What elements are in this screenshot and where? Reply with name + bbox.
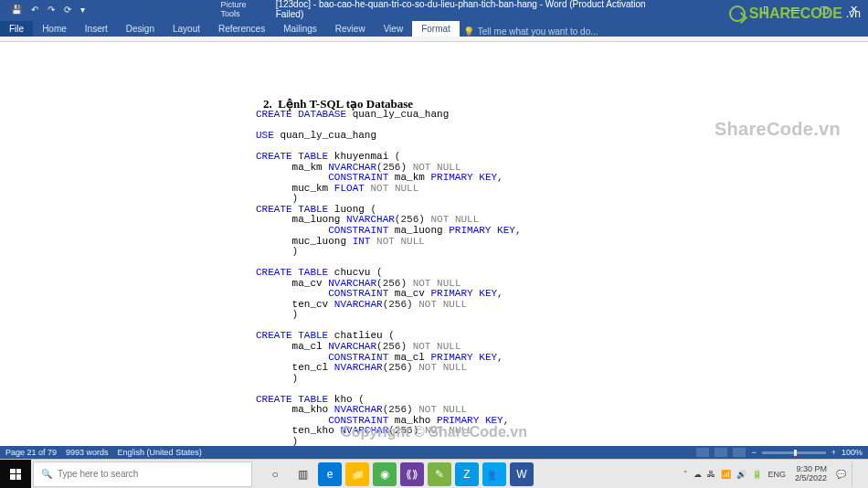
status-wordcount[interactable]: 9993 words xyxy=(66,448,109,457)
status-page[interactable]: Page 21 of 79 xyxy=(5,448,57,457)
redo-icon[interactable]: ↷ xyxy=(48,5,55,15)
zoom-in-button[interactable]: + xyxy=(831,448,836,457)
save-icon[interactable]: 💾 xyxy=(11,5,22,15)
zoom-out-button[interactable]: − xyxy=(751,448,756,457)
tray-date: 2/5/2022 xyxy=(795,474,827,483)
action-center-icon[interactable]: 💬 xyxy=(836,470,846,479)
tab-format[interactable]: Format xyxy=(412,21,460,37)
tab-insert[interactable]: Insert xyxy=(76,21,117,37)
task-view-icon[interactable]: ▥ xyxy=(291,462,314,486)
tab-file[interactable]: File xyxy=(0,21,33,37)
chrome-icon[interactable]: ◉ xyxy=(373,462,397,486)
zalo-icon[interactable]: Z xyxy=(455,462,479,486)
tab-layout[interactable]: Layout xyxy=(164,21,209,37)
search-icon: 🔍 xyxy=(41,469,52,479)
taskbar-apps: ○ ▥ e 📁 ◉ ⟪⟫ ✎ Z 👥 W xyxy=(263,462,534,486)
tab-mailings[interactable]: Mailings xyxy=(274,21,326,37)
read-mode-icon[interactable] xyxy=(696,448,709,457)
system-tray: ˄ ☁ 🖧 📶 🔊 🔋 ENG 9:30 PM 2/5/2022 💬 xyxy=(683,461,868,487)
vs-icon[interactable]: ⟪⟫ xyxy=(400,462,424,486)
lightbulb-icon: 💡 xyxy=(463,27,474,37)
logo-tld: .vn xyxy=(846,7,861,20)
tray-clock[interactable]: 9:30 PM 2/5/2022 xyxy=(791,465,831,483)
tell-me-search[interactable]: 💡 Tell me what you want to do... xyxy=(463,27,598,37)
word-taskbar-icon[interactable]: W xyxy=(510,462,534,486)
tab-view[interactable]: View xyxy=(375,21,413,37)
windows-icon xyxy=(10,469,21,480)
sql-code-block: CREATE DATABASE quan_ly_cua_hang USE qua… xyxy=(256,110,522,459)
tray-volume-icon[interactable]: 🔊 xyxy=(736,470,746,479)
start-button[interactable] xyxy=(0,460,31,489)
document-title: [123doc] - bao-cao-he-quan-tri-co-so-du-… xyxy=(276,0,651,19)
zoom-slider[interactable] xyxy=(762,451,826,454)
tell-me-placeholder: Tell me what you want to do... xyxy=(478,27,598,37)
show-desktop-button[interactable] xyxy=(852,461,864,487)
taskbar-search[interactable]: 🔍 Type here to search xyxy=(33,461,252,487)
logo-text: SHARECODE xyxy=(749,5,842,22)
watermark-bottom: Copyright © ShareCode.vn xyxy=(341,424,527,440)
tab-design[interactable]: Design xyxy=(117,21,164,37)
refresh-icon[interactable]: ⟳ xyxy=(64,5,71,15)
print-layout-icon[interactable] xyxy=(715,448,727,457)
document-canvas[interactable]: ShareCode.vn 2. Lệnh T-SQL tạo Database … xyxy=(0,42,868,459)
qat-more-icon[interactable]: ▾ xyxy=(80,5,85,15)
tray-chevron-up-icon[interactable]: ˄ xyxy=(683,470,688,479)
tab-home[interactable]: Home xyxy=(33,21,76,37)
tray-battery-icon[interactable]: 🔋 xyxy=(752,470,762,479)
tray-network-icon[interactable]: 🖧 xyxy=(707,470,715,479)
status-language[interactable]: English (United States) xyxy=(118,448,202,457)
tab-references[interactable]: References xyxy=(209,21,274,37)
watermark-top: ShareCode.vn xyxy=(715,119,841,140)
sharecode-icon xyxy=(729,5,746,22)
tray-onedrive-icon[interactable]: ☁ xyxy=(693,470,702,479)
cortana-icon[interactable]: ○ xyxy=(263,462,287,486)
quick-access-toolbar: 💾 ↶ ↷ ⟳ ▾ xyxy=(0,5,85,15)
file-explorer-icon[interactable]: 📁 xyxy=(345,462,369,486)
windows-taskbar: 🔍 Type here to search ○ ▥ e 📁 ◉ ⟪⟫ ✎ Z 👥… xyxy=(0,459,868,488)
notepadpp-icon[interactable]: ✎ xyxy=(428,462,451,486)
undo-icon[interactable]: ↶ xyxy=(31,5,38,15)
sharecode-logo: SHARECODE.vn xyxy=(729,5,861,22)
edge-icon[interactable]: e xyxy=(318,462,342,486)
teams-icon[interactable]: 👥 xyxy=(482,462,506,486)
web-layout-icon[interactable] xyxy=(733,448,746,457)
search-placeholder: Type here to search xyxy=(58,469,138,479)
tray-language[interactable]: ENG xyxy=(767,470,786,479)
tab-review[interactable]: Review xyxy=(326,21,375,37)
tray-wifi-icon[interactable]: 📶 xyxy=(721,470,731,479)
contextual-tab-label: Picture Tools xyxy=(217,0,269,18)
zoom-level[interactable]: 100% xyxy=(842,448,863,457)
word-status-bar: Page 21 of 79 9993 words English (United… xyxy=(0,446,868,459)
